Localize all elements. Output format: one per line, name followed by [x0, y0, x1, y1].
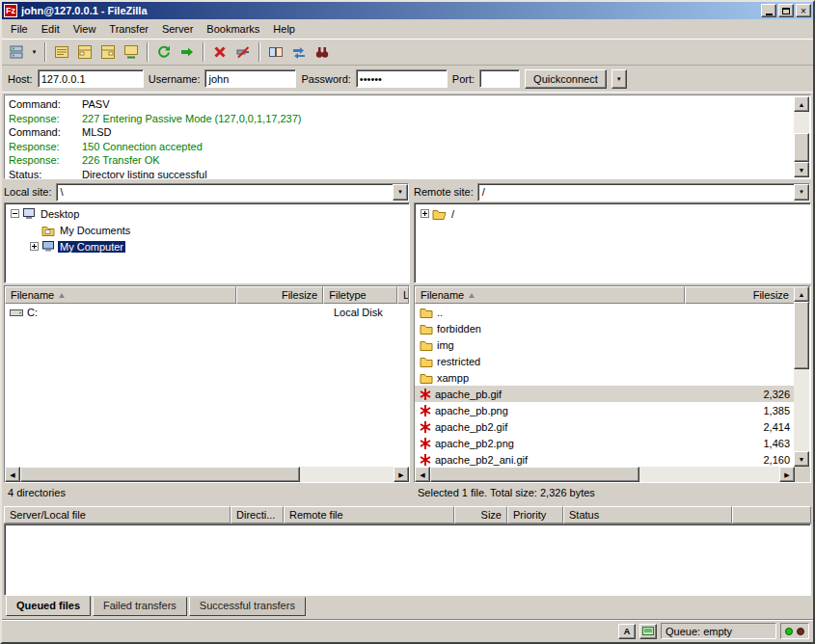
expand-icon[interactable]	[421, 209, 429, 218]
message-log-content: Command:PASV Response:227 Entering Passi…	[5, 95, 810, 178]
scroll-right-icon[interactable]: ▶	[394, 467, 409, 482]
file-row-selected[interactable]: apache_pb.gif 2,326	[415, 386, 795, 402]
maximize-icon	[782, 8, 790, 14]
menu-transfer[interactable]: Transfer	[102, 21, 155, 37]
disconnect-button[interactable]	[231, 41, 255, 63]
minimize-button[interactable]	[761, 4, 776, 17]
menu-edit[interactable]: Edit	[35, 21, 67, 37]
queue-body[interactable]	[4, 523, 811, 596]
directory-comparison-button[interactable]	[264, 41, 287, 63]
column-header-direction[interactable]: Directi...	[231, 506, 284, 523]
file-row[interactable]: ..	[415, 304, 795, 320]
quickconnect-button[interactable]: Quickconnect	[525, 69, 607, 89]
close-button[interactable]: ×	[796, 4, 811, 17]
toggle-remote-tree-button[interactable]	[96, 41, 120, 63]
menu-help[interactable]: Help	[266, 21, 302, 37]
tree-item-root[interactable]: /	[415, 205, 810, 222]
column-header-filesize[interactable]: Filesize	[685, 286, 795, 304]
combo-dropdown-icon[interactable]: ▼	[794, 184, 809, 201]
sort-ascending-icon	[469, 293, 475, 298]
scrollbar-thumb[interactable]	[20, 467, 300, 482]
tree-item-my-computer[interactable]: My Computer	[5, 238, 409, 255]
menu-server[interactable]: Server	[155, 21, 200, 37]
menu-bookmarks[interactable]: Bookmarks	[200, 21, 266, 37]
column-header-server-local-file[interactable]: Server/Local file	[4, 506, 231, 523]
toolbar-separator	[147, 42, 149, 62]
cancel-button[interactable]	[208, 41, 231, 63]
tab-failed-transfers[interactable]: Failed transfers	[93, 597, 187, 616]
scroll-down-icon[interactable]: ▼	[794, 451, 809, 467]
quickconnect-dropdown[interactable]: ▼	[611, 69, 627, 89]
queue-header: Server/Local file Directi... Remote file…	[4, 506, 811, 523]
toggle-queue-button[interactable]	[120, 41, 143, 63]
log-vertical-scrollbar[interactable]: ▲ ▼	[794, 96, 809, 177]
local-horizontal-scrollbar[interactable]: ◀ ▶	[5, 467, 409, 482]
ascii-transfer-type-icon[interactable]: A	[618, 624, 636, 639]
column-header-filetype[interactable]: Filetype	[323, 286, 397, 304]
file-row[interactable]: apache_pb.png 1,385	[415, 402, 795, 418]
password-input[interactable]	[356, 69, 448, 88]
port-input[interactable]	[479, 69, 520, 88]
scroll-left-icon[interactable]: ◀	[415, 467, 430, 482]
column-header-remote-file[interactable]: Remote file	[284, 506, 454, 523]
file-row[interactable]: img	[415, 336, 795, 353]
local-directory-tree: Desktop My Documents My Computer	[4, 202, 410, 283]
combo-dropdown-icon[interactable]: ▼	[393, 184, 408, 201]
column-header-filename[interactable]: Filename	[415, 286, 685, 304]
file-row[interactable]: forbidden	[415, 320, 795, 336]
column-header-priority[interactable]: Priority	[507, 506, 563, 523]
scroll-right-icon[interactable]: ▶	[779, 467, 795, 482]
file-row-c-drive[interactable]: C: Local Disk	[5, 304, 409, 320]
find-files-button[interactable]	[311, 41, 334, 63]
local-site-value: \	[57, 184, 393, 201]
remote-horizontal-scrollbar[interactable]: ◀ ▶	[415, 467, 795, 482]
scrollbar-thumb[interactable]	[794, 133, 809, 162]
scroll-down-icon[interactable]: ▼	[794, 162, 809, 177]
remote-list-body: .. forbidden img restricted	[415, 304, 795, 482]
username-input[interactable]	[204, 69, 296, 88]
scroll-up-icon[interactable]: ▲	[794, 286, 809, 302]
site-manager-button[interactable]	[5, 41, 28, 63]
host-input[interactable]	[38, 69, 144, 88]
tree-item-my-documents[interactable]: My Documents	[5, 222, 409, 238]
toggle-local-tree-button[interactable]	[73, 41, 96, 63]
column-header-size[interactable]: Size	[454, 506, 507, 523]
file-row[interactable]: apache_pb2_ani.gif 2,160	[415, 451, 795, 468]
maximize-button[interactable]	[778, 4, 794, 17]
tab-successful-transfers[interactable]: Successful transfers	[189, 597, 306, 616]
column-header-last-modified[interactable]: L	[397, 286, 409, 304]
toggle-message-log-button[interactable]	[50, 41, 73, 63]
synchronized-browsing-button[interactable]	[287, 41, 311, 63]
menu-view[interactable]: View	[67, 21, 103, 37]
file-row[interactable]: xampp	[415, 369, 795, 386]
remote-vertical-scrollbar[interactable]: ▲ ▼	[794, 286, 809, 467]
local-site-label: Local site:	[4, 186, 52, 198]
site-manager-dropdown[interactable]: ▼	[28, 41, 41, 63]
file-row[interactable]: apache_pb2.png 1,463	[415, 435, 795, 451]
file-row[interactable]: apache_pb2.gif 2,414	[415, 418, 795, 435]
remote-pane: Remote site: / ▼ / Filename Filesize	[414, 182, 811, 500]
menu-file[interactable]: File	[4, 21, 35, 37]
site-manager-icon	[9, 44, 24, 60]
tab-queued-files[interactable]: Queued files	[6, 596, 91, 616]
process-queue-button[interactable]	[176, 41, 199, 63]
scrollbar-thumb[interactable]	[794, 302, 809, 369]
local-tree-icon	[77, 44, 93, 60]
encryption-icon[interactable]	[639, 624, 657, 639]
collapse-icon[interactable]	[11, 209, 19, 218]
column-header-filesize[interactable]: Filesize	[236, 286, 324, 304]
scroll-up-icon[interactable]: ▲	[794, 96, 809, 112]
horizontal-splitter[interactable]	[2, 500, 813, 503]
column-header-filename[interactable]: Filename	[5, 286, 236, 304]
local-site-combobox[interactable]: \ ▼	[56, 183, 409, 201]
remote-site-combobox[interactable]: / ▼	[477, 183, 810, 201]
filezilla-window: Fz john@127.0.0.1 - FileZilla × File Edi…	[0, 0, 815, 644]
close-icon: ×	[801, 6, 806, 16]
tree-item-desktop[interactable]: Desktop	[5, 205, 409, 222]
column-header-status[interactable]: Status	[563, 506, 732, 523]
expand-icon[interactable]	[30, 242, 39, 251]
scroll-left-icon[interactable]: ◀	[5, 467, 20, 482]
scrollbar-thumb[interactable]	[430, 467, 639, 482]
refresh-button[interactable]	[152, 41, 176, 63]
file-row[interactable]: restricted	[415, 353, 795, 369]
